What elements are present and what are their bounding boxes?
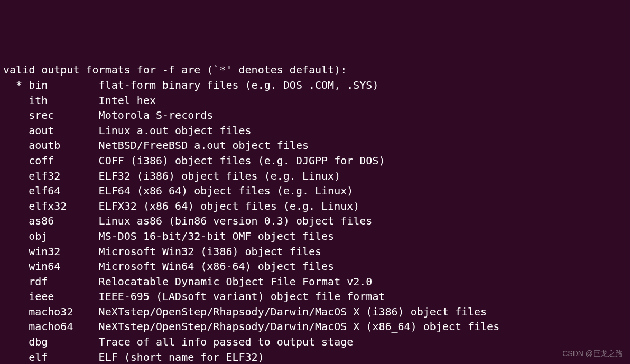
terminal-output: valid output formats for -f are (`*' den… — [3, 62, 627, 364]
watermark-text: CSDN @巨龙之路 — [562, 348, 623, 359]
